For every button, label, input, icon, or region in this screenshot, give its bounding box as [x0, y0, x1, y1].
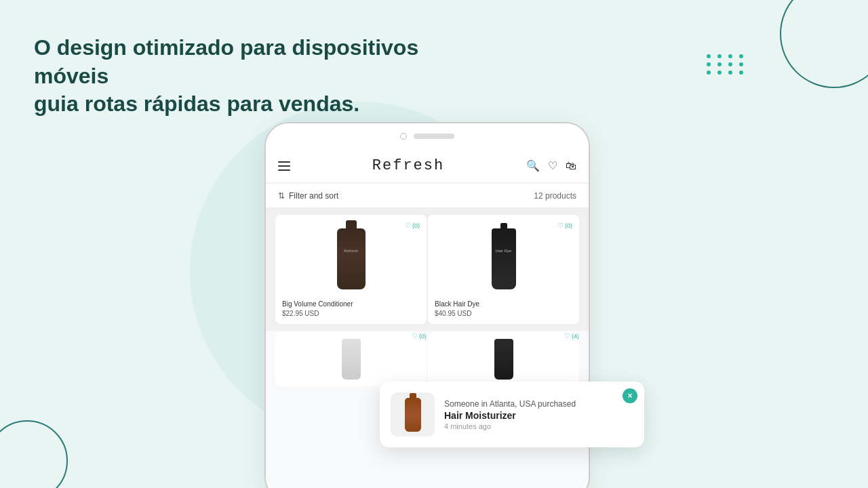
- filter-label: Filter and sort: [289, 191, 338, 201]
- hamburger-menu-icon[interactable]: [278, 161, 290, 171]
- product-name-1: Big Volume Conditioner: [282, 300, 420, 308]
- heart-icon-badge-1: ♡: [405, 222, 411, 229]
- app-logo: Refresh: [372, 157, 444, 174]
- bag-icon[interactable]: 🛍: [566, 160, 576, 172]
- search-icon[interactable]: 🔍: [526, 159, 540, 172]
- notif-content: Someone in Atlanta, USA purchased Hair M…: [444, 399, 633, 430]
- product-card-3[interactable]: ♡ (0): [275, 332, 427, 386]
- product-price-2: $40.95 USD: [435, 310, 572, 317]
- wishlist-count-4: (4): [572, 333, 579, 340]
- product-bottle-3: [342, 339, 361, 380]
- product-count: 12 products: [534, 191, 576, 201]
- heart-icon-badge-4: ♡: [564, 332, 570, 340]
- purchase-notification: Someone in Atlanta, USA purchased Hair M…: [380, 382, 644, 447]
- product-image-conditioner: ♡ (0): [282, 222, 420, 296]
- wishlist-badge-4[interactable]: ♡ (4): [564, 332, 579, 340]
- product-card-1[interactable]: ♡ (0) Big Volume Conditioner $22.95 USD: [275, 215, 427, 324]
- wishlist-badge-3[interactable]: ♡ (0): [412, 332, 427, 340]
- wishlist-count-2: (0): [565, 222, 572, 229]
- heart-icon[interactable]: ♡: [548, 159, 557, 172]
- product-grid-row1: ♡ (0) Big Volume Conditioner $22.95 USD …: [266, 208, 589, 331]
- heart-icon-badge-3: ♡: [412, 332, 418, 340]
- phone-mockup: Refresh 🔍 ♡ 🛍 ⇅ Filter and sort 12 produ…: [264, 122, 590, 488]
- app-header: Refresh 🔍 ♡ 🛍: [266, 149, 589, 183]
- product-card-2[interactable]: ♡ (0) Black Hair Dye $40.95 USD: [428, 215, 579, 324]
- phone-top-bar: [266, 123, 589, 149]
- product-bottle-4: [494, 339, 513, 380]
- filter-bar: ⇅ Filter and sort 12 products: [266, 184, 589, 208]
- wishlist-badge-2[interactable]: ♡ (0): [557, 222, 572, 229]
- filter-icon: ⇅: [278, 191, 285, 201]
- notif-product-bottle: [405, 398, 421, 432]
- app-header-icons: 🔍 ♡ 🛍: [526, 159, 576, 172]
- notif-time: 4 minutes ago: [444, 422, 633, 430]
- notif-close-button[interactable]: ×: [623, 388, 637, 403]
- wishlist-count-1: (0): [412, 222, 420, 229]
- headline-line2: guia rotas rápidas para vendas.: [34, 92, 359, 116]
- headline-line1: O design otimizado para dispositivos móv…: [34, 35, 418, 88]
- wishlist-count-3: (0): [419, 333, 427, 340]
- product-card-4[interactable]: ♡ (4): [428, 332, 579, 386]
- notif-location-text: Someone in Atlanta, USA purchased: [444, 399, 633, 409]
- headline: O design otimizado para dispositivos móv…: [34, 34, 441, 119]
- hair-dye-tube: [492, 228, 516, 289]
- filter-left[interactable]: ⇅ Filter and sort: [278, 191, 338, 201]
- product-image-hairdye: ♡ (0): [435, 222, 572, 296]
- dots-grid: [707, 54, 746, 75]
- wishlist-badge-1[interactable]: ♡ (0): [405, 222, 420, 229]
- bg-circle-bottom-left: [0, 420, 68, 488]
- phone-camera: [400, 133, 407, 140]
- bg-circle-top-right: [780, 0, 868, 88]
- product-name-2: Black Hair Dye: [435, 300, 572, 308]
- product-price-1: $22.95 USD: [282, 310, 420, 317]
- notif-product-name: Hair Moisturizer: [444, 410, 633, 421]
- notif-product-image: [391, 392, 435, 436]
- phone-speaker: [414, 134, 454, 139]
- conditioner-bottle: [337, 228, 366, 289]
- heart-icon-badge-2: ♡: [557, 222, 564, 229]
